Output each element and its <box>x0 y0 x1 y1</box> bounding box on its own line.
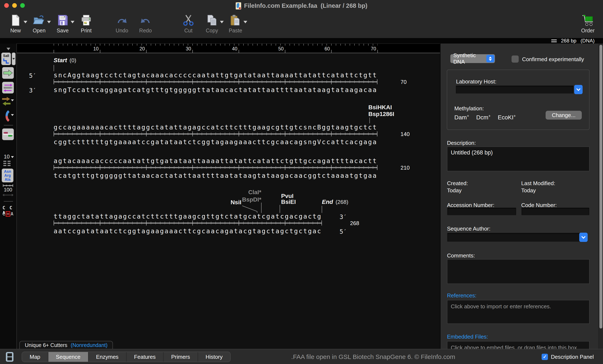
bottom-strand-row1[interactable]: sngTccattcaggagatcatgtttgtgggggttataacac… <box>54 86 377 93</box>
enzymes-menu-button[interactable] <box>12 53 16 65</box>
references-link[interactable]: References: <box>447 292 476 299</box>
enzymes-visibility-button[interactable]: SalI <box>1 53 11 65</box>
save-floppy-icon <box>57 13 69 27</box>
enzyme-bsihkai[interactable]: BsiHKAI <box>368 104 392 111</box>
ruler-tick: 50 <box>258 46 284 52</box>
top-strand-row1[interactable]: sncAggtaagtcctctagtacaaacacccccaatattgtg… <box>54 72 377 79</box>
enzyme-nsii[interactable]: NsiI <box>199 199 241 206</box>
primers-visibility-button[interactable] <box>2 128 14 140</box>
host-dropdown-button[interactable] <box>574 85 583 94</box>
description-value: Untitled (268 bp) <box>447 147 589 159</box>
top-strand-row2[interactable]: gccagaaaaaacacttttaggctatattagagccatcttc… <box>54 124 377 131</box>
confirmed-checkbox[interactable] <box>511 56 519 63</box>
features-visibility-button[interactable] <box>2 67 14 79</box>
description-panel-checkbox[interactable]: ✓ <box>542 354 548 360</box>
gc-menu-arrow-icon[interactable] <box>11 114 14 116</box>
top-strand-row3[interactable]: agtacaaacacccccaatattgtgatataattaaaattat… <box>54 157 377 165</box>
numbering-interval-label[interactable]: 10 <box>4 154 10 160</box>
three-prime-end-label: 3′ <box>340 213 347 220</box>
statusbar-text: .FAA file open in GSL Biotech SnapGene 6… <box>273 349 473 364</box>
undo-label: Undo <box>116 28 128 34</box>
base-a-label: A <box>11 211 13 216</box>
accession-input[interactable] <box>447 207 516 216</box>
cut-label: Cut <box>184 28 193 34</box>
tab-features[interactable]: Features <box>127 352 164 362</box>
enzyme-bsiei[interactable]: BsiEI <box>281 199 296 205</box>
embedded-files-box[interactable]: Click above to embed files, or drag file… <box>447 341 590 349</box>
tab-history[interactable]: History <box>198 352 230 362</box>
open-folder-icon <box>33 13 46 27</box>
confirmed-label: Confirmed experimentally <box>522 56 584 63</box>
enzyme-clai[interactable]: ClaI* <box>219 189 261 196</box>
new-button[interactable]: New <box>4 13 27 34</box>
bottom-strand-row2[interactable]: cggtcttttttgtgaaaatccgatataatctcggtagaag… <box>54 138 377 146</box>
orf-menu-arrow-icon[interactable] <box>11 99 14 101</box>
methylation-label: Methylation: <box>454 105 484 112</box>
embedded-files-link[interactable]: Embedded Files: <box>447 333 488 340</box>
row-numbering-icon[interactable] <box>3 160 11 168</box>
dna-strands-icon <box>3 83 13 93</box>
sequence-type-select[interactable]: Synthetic DNA <box>450 54 495 63</box>
undo-icon <box>116 13 128 27</box>
copy-label: Copy <box>206 28 218 34</box>
change-methylation-button[interactable]: Change... <box>545 111 582 120</box>
row3-number: 210 <box>401 165 410 171</box>
code-input[interactable] <box>521 207 590 216</box>
print-label: Print <box>81 28 92 34</box>
new-menu-arrow-icon[interactable] <box>23 21 27 23</box>
paste-clipboard-icon <box>230 13 241 27</box>
end-position: (268) <box>336 199 348 205</box>
description-textarea[interactable]: Untitled (268 bp) <box>447 147 590 171</box>
tick-ruler-row1 <box>54 79 377 84</box>
print-button[interactable]: Print <box>74 13 98 34</box>
enzyme-set-chooser[interactable]: Unique 6+ Cutters (Nonredundant) <box>19 341 113 349</box>
tab-map[interactable]: Map <box>22 352 48 362</box>
redo-button[interactable]: Redo <box>134 13 157 34</box>
width-arrow-icon[interactable] <box>2 193 13 198</box>
author-dropdown-button[interactable] <box>579 233 588 242</box>
save-menu-arrow-icon[interactable] <box>71 21 74 23</box>
strands-display-button[interactable] <box>2 82 14 93</box>
save-button[interactable]: Save <box>51 13 74 34</box>
alignment-mismatch-icon[interactable]: C A <box>2 211 13 217</box>
cutters-label: Unique 6+ Cutters <box>25 342 67 348</box>
cut-button[interactable]: Cut <box>177 13 200 34</box>
titlebar: FileInfo.com Example.faa (Linear / 268 b… <box>0 0 603 11</box>
numbering-menu-arrow-icon[interactable] <box>11 156 14 158</box>
paste-label: Paste <box>229 28 242 34</box>
tick-ruler-row3 <box>54 165 377 170</box>
gc-content-button[interactable] <box>3 110 11 123</box>
collapse-arrow-icon[interactable] <box>7 48 10 50</box>
open-button[interactable]: Open <box>27 13 51 34</box>
tab-primers[interactable]: Primers <box>163 352 198 362</box>
panel-scrollbar[interactable] <box>598 44 603 349</box>
five-prime-label: 5′ <box>29 72 36 79</box>
enzyme-bsp1286i[interactable]: Bsp1286I <box>368 111 394 117</box>
top-strand-row4[interactable]: ttaggctatattagagccatcttctttgaagcgttgtcta… <box>54 213 322 220</box>
paste-menu-arrow-icon[interactable] <box>244 21 247 23</box>
comments-textarea[interactable] <box>447 259 590 284</box>
tab-sequence[interactable]: Sequence <box>48 352 89 362</box>
tab-enzymes[interactable]: Enzymes <box>89 352 127 362</box>
scale-value-label: 100 <box>4 187 12 193</box>
translation-display-button[interactable]: Asn Arg Ala <box>2 169 13 182</box>
laboratory-host-label: Laboratory Host: <box>456 78 496 85</box>
references-box[interactable]: Click above to import or enter reference… <box>447 300 590 324</box>
order-button[interactable]: Order <box>576 13 600 34</box>
undo-button[interactable]: Undo <box>110 13 134 34</box>
sequence-type-value: Synthetic DNA <box>450 52 486 65</box>
orf-display-button[interactable] <box>2 96 11 107</box>
paste-button[interactable]: Paste <box>224 13 247 34</box>
change-label: Change... <box>552 112 576 119</box>
author-input[interactable] <box>447 233 588 242</box>
scrollbar-thumb[interactable] <box>599 45 602 329</box>
side-panel-toggle-icon[interactable] <box>6 352 13 362</box>
bottom-strand-row3[interactable]: tcatgtttgtgggggttataacactatattaattttaata… <box>54 172 377 179</box>
document-icon <box>236 2 241 10</box>
laboratory-host-input[interactable] <box>456 85 574 94</box>
open-menu-arrow-icon[interactable] <box>47 21 51 23</box>
bottom-strand-row4[interactable]: aatccgatataatctcggtagaagaaacttcgcaacagat… <box>54 228 322 235</box>
nonredundant-link[interactable]: (Nonredundant) <box>71 342 107 348</box>
copy-button[interactable]: Copy <box>200 13 224 34</box>
copy-menu-arrow-icon[interactable] <box>220 21 224 23</box>
